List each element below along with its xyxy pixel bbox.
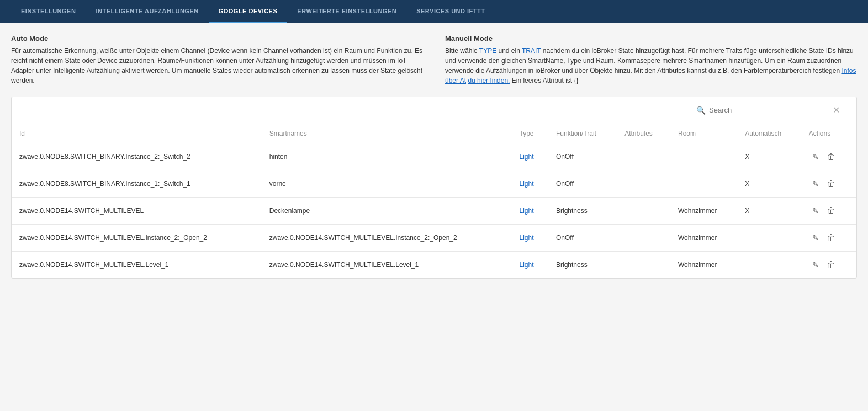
cell-attributes — [617, 143, 670, 170]
cell-id: zwave.0.NODE14.SWITCH_MULTILEVEL — [12, 198, 262, 225]
cell-id: zwave.0.NODE14.SWITCH_MULTILEVEL.Instanc… — [12, 225, 262, 252]
search-clear-icon[interactable]: ✕ — [833, 105, 840, 115]
cell-room — [670, 170, 737, 198]
devices-table-container: 🔍 ✕ Id Smartnames Type Funktion/Trait At… — [11, 97, 857, 279]
cell-id: zwave.0.NODE14.SWITCH_MULTILEVEL.Level_1 — [12, 252, 262, 279]
cell-room: Wohnzimmer — [670, 198, 737, 225]
cell-type: Light — [512, 252, 548, 279]
col-header-room: Room — [670, 124, 737, 143]
search-bar: 🔍 ✕ — [12, 97, 856, 124]
cell-type: Light — [512, 225, 548, 252]
cell-type: Light — [512, 198, 548, 225]
auto-mode-section: Auto Mode Für automatische Erkennung, we… — [11, 34, 423, 86]
devices-table: Id Smartnames Type Funktion/Trait Attrib… — [12, 124, 856, 278]
cell-funktion: OnOff — [548, 170, 617, 198]
col-header-id: Id — [12, 124, 262, 143]
nav-item-services-und-ifttt[interactable]: SERVICES UND IFTTT — [406, 0, 495, 23]
table-header-row: Id Smartnames Type Funktion/Trait Attrib… — [12, 124, 856, 143]
col-header-funktion: Funktion/Trait — [548, 124, 617, 143]
cell-automatisch: X — [737, 143, 801, 170]
cell-attributes — [617, 170, 670, 198]
delete-button[interactable]: 🗑 — [825, 178, 837, 189]
cell-room: Wohnzimmer — [670, 252, 737, 279]
cell-type: Light — [512, 170, 548, 198]
cell-smartnames: Deckenlampe — [262, 198, 512, 225]
table-row: zwave.0.NODE14.SWITCH_MULTILEVEL.Level_1… — [12, 252, 856, 279]
cell-smartnames: zwave.0.NODE14.SWITCH_MULTILEVEL.Level_1 — [262, 252, 512, 279]
delete-button[interactable]: 🗑 — [825, 151, 837, 162]
col-header-attributes: Attributes — [617, 124, 670, 143]
edit-button[interactable]: ✎ — [810, 259, 821, 270]
cell-id: zwave.0.NODE8.SWITCH_BINARY.Instance_2:_… — [12, 143, 262, 170]
cell-attributes — [617, 252, 670, 279]
cell-automatisch: X — [737, 170, 801, 198]
manual-text-mid1: und ein — [496, 47, 522, 55]
empty-attr-text: Ein leeres Attribut ist {} — [510, 77, 578, 84]
cell-automatisch: X — [737, 198, 801, 225]
table-row: zwave.0.NODE8.SWITCH_BINARY.Instance_2:_… — [12, 143, 856, 170]
nav-item-erweiterte-einstellungen[interactable]: ERWEITERTE EINSTELLUNGEN — [287, 0, 406, 23]
cell-funktion: Brightness — [548, 198, 617, 225]
manual-mode-title: Manuell Mode — [445, 34, 857, 42]
delete-button[interactable]: 🗑 — [825, 205, 837, 216]
col-header-type: Type — [512, 124, 548, 143]
manual-mode-text: Bitte wähle TYPE und ein TRAIT nachdem d… — [445, 46, 857, 86]
edit-button[interactable]: ✎ — [810, 205, 821, 216]
cell-funktion: OnOff — [548, 225, 617, 252]
cell-room: Wohnzimmer — [670, 225, 737, 252]
col-header-smartnames: Smartnames — [262, 124, 512, 143]
nav-item-einstellungen[interactable]: EINSTELLUNGEN — [11, 0, 86, 23]
delete-button[interactable]: 🗑 — [825, 259, 837, 270]
cell-type: Light — [512, 143, 548, 170]
search-wrapper: 🔍 ✕ — [693, 103, 848, 118]
cell-smartnames: zwave.0.NODE14.SWITCH_MULTILEVEL.Instanc… — [262, 225, 512, 252]
nav-item-intelligente-aufzaehlungen[interactable]: INTELLIGENTE AUFZÄHLUNGEN — [86, 0, 208, 23]
auto-mode-text: Für automatische Erkennung, weiße unter … — [11, 46, 423, 86]
cell-funktion: OnOff — [548, 143, 617, 170]
cell-actions: ✎ 🗑 — [801, 225, 856, 252]
cell-automatisch — [737, 252, 801, 279]
manual-mode-section: Manuell Mode Bitte wähle TYPE und ein TR… — [445, 34, 857, 86]
col-header-automatisch: Automatisch — [737, 124, 801, 143]
cell-funktion: Brightness — [548, 252, 617, 279]
main-content: Auto Mode Für automatische Erkennung, we… — [0, 23, 868, 279]
table-row: zwave.0.NODE14.SWITCH_MULTILEVEL Deckenl… — [12, 198, 856, 225]
cell-actions: ✎ 🗑 — [801, 143, 856, 170]
search-input[interactable] — [709, 106, 830, 114]
table-row: zwave.0.NODE14.SWITCH_MULTILEVEL.Instanc… — [12, 225, 856, 252]
cell-actions: ✎ 🗑 — [801, 170, 856, 198]
manual-text-before: Bitte wähle — [445, 47, 479, 55]
cell-attributes — [617, 225, 670, 252]
table-row: zwave.0.NODE8.SWITCH_BINARY.Instance_1:_… — [12, 170, 856, 198]
delete-button[interactable]: 🗑 — [825, 232, 837, 243]
edit-button[interactable]: ✎ — [810, 178, 821, 189]
cell-smartnames: vorne — [262, 170, 512, 198]
cell-automatisch — [737, 225, 801, 252]
info-section: Auto Mode Für automatische Erkennung, we… — [11, 34, 857, 86]
trait-link[interactable]: TRAIT — [522, 47, 541, 55]
nav-item-google-devices[interactable]: GOOGLE DEVICES — [209, 0, 288, 23]
top-navigation: EINSTELLUNGEN INTELLIGENTE AUFZÄHLUNGEN … — [0, 0, 868, 23]
cell-room — [670, 143, 737, 170]
cell-smartnames: hinten — [262, 143, 512, 170]
cell-actions: ✎ 🗑 — [801, 198, 856, 225]
here-link[interactable]: du hier finden. — [468, 77, 510, 84]
search-icon: 🔍 — [696, 106, 706, 115]
cell-attributes — [617, 198, 670, 225]
cell-actions: ✎ 🗑 — [801, 252, 856, 279]
edit-button[interactable]: ✎ — [810, 151, 821, 162]
col-header-actions: Actions — [801, 124, 856, 143]
type-link[interactable]: TYPE — [479, 47, 496, 55]
auto-mode-title: Auto Mode — [11, 34, 423, 42]
edit-button[interactable]: ✎ — [810, 232, 821, 243]
cell-id: zwave.0.NODE8.SWITCH_BINARY.Instance_1:_… — [12, 170, 262, 198]
